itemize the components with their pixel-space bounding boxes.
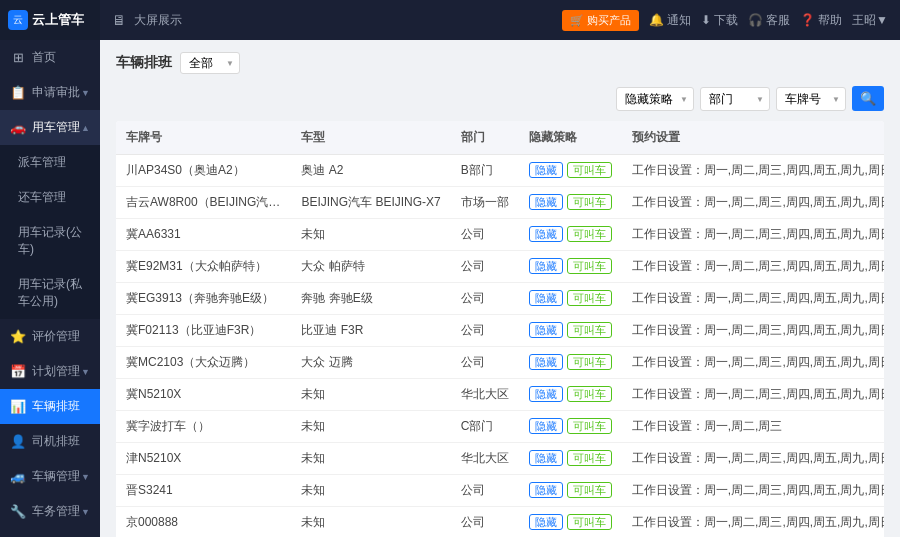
cell-dept: 公司	[451, 507, 519, 538]
table-row: 冀E92M31（大众帕萨特） 大众 帕萨特 公司 隐藏可叫车 工作日设置：周一,…	[116, 251, 884, 283]
cell-model: 比亚迪 F3R	[291, 315, 450, 347]
screen-label[interactable]: 大屏展示	[134, 12, 182, 29]
logo-text: 云上管车	[32, 11, 84, 29]
cell-dept: 公司	[451, 315, 519, 347]
help-button[interactable]: ❓ 帮助	[800, 12, 842, 29]
cell-plate: 冀N5210X	[116, 379, 291, 411]
sidebar-item-log-bus[interactable]: 用车记录(公车)	[0, 215, 100, 267]
user-menu[interactable]: 王昭▼	[852, 12, 888, 29]
cell-strategy: 隐藏可叫车	[519, 283, 622, 315]
sidebar-item-log-private[interactable]: 用车记录(私车公用)	[0, 267, 100, 319]
sidebar-item-return[interactable]: 还车管理	[0, 180, 100, 215]
cell-model: 未知	[291, 219, 450, 251]
cell-strategy: 隐藏可叫车	[519, 379, 622, 411]
header: 🖥 大屏展示 🛒 购买产品 🔔 通知 ⬇ 下载 🎧 客服 ❓ 帮助	[100, 0, 900, 40]
cell-schedule: 工作日设置：周一,周二,周三,周四,周五,周九,周日	[622, 315, 884, 347]
car-use-icon: 🚗	[10, 120, 26, 136]
cell-schedule: 工作日设置：周一,周二,周三,周四,周五,周九,周日	[622, 379, 884, 411]
eval-icon: ⭐	[10, 329, 26, 345]
cell-strategy: 隐藏可叫车	[519, 155, 622, 187]
arrow-icon: ▼	[81, 88, 90, 98]
download-icon: ⬇	[701, 13, 711, 27]
cell-plate: 冀F02113（比亚迪F3R）	[116, 315, 291, 347]
notify-button[interactable]: 🔔 通知	[649, 12, 691, 29]
cell-schedule: 工作日设置：周一,周二,周三,周四,周五,周九,周日	[622, 475, 884, 507]
cell-dept: 华北大区	[451, 379, 519, 411]
help-icon: ❓	[800, 13, 815, 27]
cell-strategy: 隐藏可叫车	[519, 251, 622, 283]
table-body: 川AP34S0（奥迪A2） 奥迪 A2 B部门 隐藏可叫车 工作日设置：周一,周…	[116, 155, 884, 538]
cell-plate: 津N5210X	[116, 443, 291, 475]
cell-dept: 公司	[451, 219, 519, 251]
cell-strategy: 隐藏可叫车	[519, 411, 622, 443]
cell-schedule: 工作日设置：周一,周二,周三,周四,周五,周九,周日	[622, 251, 884, 283]
buy-button[interactable]: 🛒 购买产品	[562, 10, 639, 31]
cell-plate: 冀AA6331	[116, 219, 291, 251]
scope-filter[interactable]: 全部	[180, 52, 240, 74]
cell-plate: 冀EG3913（奔驰奔驰E级）	[116, 283, 291, 315]
strategy-filter-wrapper: 隐藏策略	[616, 87, 694, 111]
sidebar-item-apply[interactable]: 📋 申请审批 ▼	[0, 75, 100, 110]
col-model: 车型	[291, 121, 450, 155]
arrow-icon4: ▼	[81, 472, 90, 482]
table-row: 冀F02113（比亚迪F3R） 比亚迪 F3R 公司 隐藏可叫车 工作日设置：周…	[116, 315, 884, 347]
plate-filter-wrapper: 车牌号	[776, 87, 846, 111]
plate-filter[interactable]: 车牌号	[776, 87, 846, 111]
sidebar-item-eval[interactable]: ⭐ 评价管理	[0, 319, 100, 354]
cell-model: 未知	[291, 507, 450, 538]
buy-label: 购买产品	[587, 13, 631, 28]
sidebar-item-car-use[interactable]: 🚗 用车管理 ▲	[0, 110, 100, 145]
strategy-filter[interactable]: 隐藏策略	[616, 87, 694, 111]
col-dept: 部门	[451, 121, 519, 155]
table-row: 津N5210X 未知 华北大区 隐藏可叫车 工作日设置：周一,周二,周三,周四,…	[116, 443, 884, 475]
arrow-icon3: ▼	[81, 367, 90, 377]
sidebar-item-plan[interactable]: 📅 计划管理 ▼	[0, 354, 100, 389]
filter-bar: 隐藏策略 部门 车牌号 🔍	[116, 86, 884, 111]
logo: 云 云上管车	[0, 0, 100, 40]
table-row: 冀N5210X 未知 华北大区 隐藏可叫车 工作日设置：周一,周二,周三,周四,…	[116, 379, 884, 411]
cell-dept: 公司	[451, 283, 519, 315]
driver-icon: 👤	[10, 434, 26, 450]
sidebar-item-car-mgmt[interactable]: 🚙 车辆管理 ▼	[0, 459, 100, 494]
col-plate: 车牌号	[116, 121, 291, 155]
cell-dept: 公司	[451, 347, 519, 379]
table-row: 冀字波打车（） 未知 C部门 隐藏可叫车 工作日设置：周一,周二,周三 无 ⚙ …	[116, 411, 884, 443]
screen-icon: 🖥	[112, 12, 126, 28]
cell-model: 未知	[291, 411, 450, 443]
cell-plate: 冀E92M31（大众帕萨特）	[116, 251, 291, 283]
headset-icon: 🎧	[748, 13, 763, 27]
cell-schedule: 工作日设置：周一,周二,周三	[622, 411, 884, 443]
dept-filter-wrapper: 部门	[700, 87, 770, 111]
search-button[interactable]: 🔍	[852, 86, 884, 111]
logo-icon: 云	[8, 10, 28, 30]
sidebar-item-dispatch[interactable]: 派车管理	[0, 145, 100, 180]
home-icon: ⊞	[10, 50, 26, 66]
service-button[interactable]: 🎧 客服	[748, 12, 790, 29]
table-row: 京000888 未知 公司 隐藏可叫车 工作日设置：周一,周二,周三,周四,周五…	[116, 507, 884, 538]
cell-plate: 冀MC2103（大众迈腾）	[116, 347, 291, 379]
table-row: 冀MC2103（大众迈腾） 大众 迈腾 公司 隐藏可叫车 工作日设置：周一,周二…	[116, 347, 884, 379]
sidebar-item-home[interactable]: ⊞ 首页	[0, 40, 100, 75]
schedule-icon: 📊	[10, 399, 26, 415]
data-table: 车牌号 车型 部门 隐藏策略 预约设置 预约提示 操作 川AP34S0（奥迪A2…	[116, 121, 884, 537]
notify-icon: 🔔	[649, 13, 664, 27]
buy-icon: 🛒	[570, 14, 584, 27]
cell-plate: 川AP34S0（奥迪A2）	[116, 155, 291, 187]
sidebar-item-stats[interactable]: 📈 统计报表 ▼	[0, 529, 100, 537]
table-header: 车牌号 车型 部门 隐藏策略 预约设置 预约提示 操作	[116, 121, 884, 155]
table-row: 川AP34S0（奥迪A2） 奥迪 A2 B部门 隐藏可叫车 工作日设置：周一,周…	[116, 155, 884, 187]
cell-strategy: 隐藏可叫车	[519, 347, 622, 379]
cell-model: 未知	[291, 475, 450, 507]
sidebar-item-car-service[interactable]: 🔧 车务管理 ▼	[0, 494, 100, 529]
page-header: 车辆排班 全部	[116, 52, 884, 74]
cell-schedule: 工作日设置：周一,周二,周三,周四,周五,周九,周日	[622, 283, 884, 315]
sidebar-item-schedule[interactable]: 📊 车辆排班	[0, 389, 100, 424]
col-schedule: 预约设置	[622, 121, 884, 155]
cell-dept: 华北大区	[451, 443, 519, 475]
cell-schedule: 工作日设置：周一,周二,周三,周四,周五,周九,周日	[622, 187, 884, 219]
dept-filter[interactable]: 部门	[700, 87, 770, 111]
cell-model: 奥迪 A2	[291, 155, 450, 187]
download-button[interactable]: ⬇ 下载	[701, 12, 738, 29]
cell-schedule: 工作日设置：周一,周二,周三,周四,周五,周九,周日	[622, 219, 884, 251]
sidebar-item-driver-shifts[interactable]: 👤 司机排班	[0, 424, 100, 459]
